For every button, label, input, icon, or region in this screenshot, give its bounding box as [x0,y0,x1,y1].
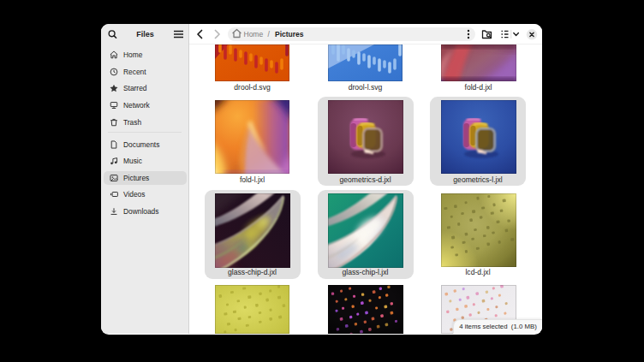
svg-text:/: / [268,30,271,39]
svg-text:Files: Files [136,30,154,39]
svg-text:Pictures: Pictures [275,30,304,39]
svg-text:Home: Home [244,30,264,39]
